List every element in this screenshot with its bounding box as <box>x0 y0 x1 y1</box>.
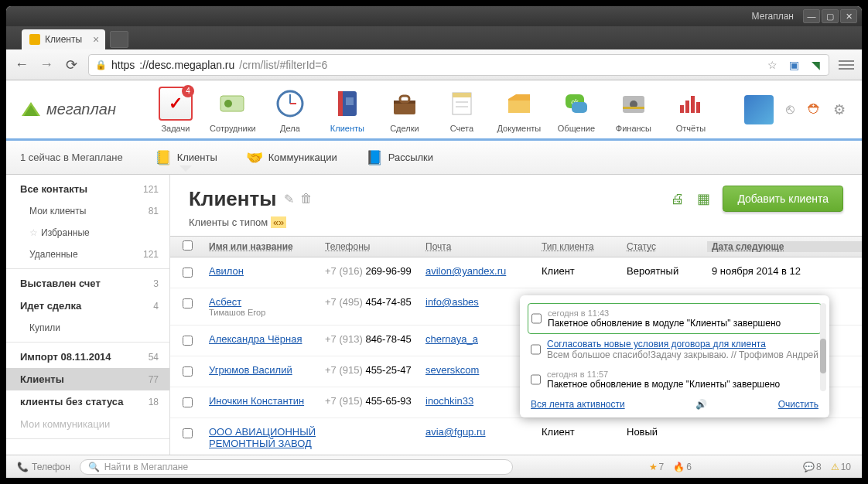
sidebar-item[interactable]: клиенты без статуса18 <box>6 390 169 413</box>
client-name-link[interactable]: Иночкин Константин <box>209 395 304 407</box>
window-close-button[interactable]: ✕ <box>840 9 857 23</box>
notification-checkbox[interactable] <box>531 339 541 360</box>
col-mail[interactable]: Почта <box>425 241 451 252</box>
module-clients[interactable]: Клиенты <box>319 87 376 133</box>
lock-icon: 🔒 <box>95 60 107 70</box>
add-client-button[interactable]: Добавить клиента <box>723 186 843 212</box>
popup-scrollbar[interactable] <box>820 303 826 391</box>
window-maximize-button[interactable]: ▢ <box>822 9 839 23</box>
presence-label: 1 сейчас в Мегаплане <box>20 152 123 163</box>
sidebar-item[interactable]: Идет сделка4 <box>6 295 169 317</box>
client-name-link[interactable]: ООО АВИАЦИОННЫЙ РЕМОНТНЫЙ ЗАВОД <box>209 426 316 449</box>
chat-counter[interactable]: 💬8 <box>803 462 822 472</box>
module-documents[interactable]: Документы <box>490 87 548 133</box>
subtab-mailings[interactable]: 📘 Рассылки <box>362 148 436 167</box>
row-checkbox[interactable] <box>183 428 193 438</box>
url-input[interactable]: 🔒 https://desc.megaplan.ru/crm/list/#fil… <box>88 54 829 76</box>
sidebar-item[interactable]: Клиенты77 <box>6 368 169 390</box>
mailbox-icon: 📘 <box>365 148 384 167</box>
module-reports[interactable]: Отчёты <box>662 87 719 133</box>
col-type[interactable]: Тип клиента <box>542 241 594 252</box>
user-avatar[interactable] <box>744 95 774 124</box>
module-invoices[interactable]: Счета <box>433 87 490 133</box>
row-checkbox[interactable] <box>183 336 193 346</box>
tab-close-icon[interactable]: × <box>93 33 99 46</box>
client-mail-link[interactable]: chernaya_a <box>425 333 478 345</box>
module-chat[interactable]: ok Общение <box>548 87 605 133</box>
notification-item[interactable]: Согласовать новые условия договора для к… <box>528 334 822 365</box>
subtab-clients[interactable]: 📒 Клиенты <box>151 148 220 167</box>
table-row[interactable]: Авилон+7 (916) 269-96-99avilon@yandex.ru… <box>170 257 862 288</box>
row-checkbox[interactable] <box>183 366 193 377</box>
client-mail-link[interactable]: avia@fgup.ru <box>425 426 486 438</box>
notification-checkbox[interactable] <box>531 308 542 329</box>
client-mail-link[interactable]: severskcom <box>425 364 479 376</box>
select-all-checkbox[interactable] <box>183 240 193 251</box>
clear-link[interactable]: Очистить <box>778 399 818 410</box>
row-checkbox[interactable] <box>183 298 193 308</box>
row-checkbox[interactable] <box>183 397 193 407</box>
star-icon[interactable]: ☆ <box>765 58 779 72</box>
app-header: мегаплан 4 Задачи Сотрудники Дела Клиент… <box>6 80 862 141</box>
forward-button[interactable]: → <box>39 57 54 73</box>
back-button[interactable]: ← <box>14 57 29 73</box>
col-status[interactable]: Статус <box>627 241 656 252</box>
svg-rect-26 <box>691 96 695 113</box>
edit-icon[interactable]: ✎ <box>284 192 294 206</box>
client-name-link[interactable]: Угрюмов Василий <box>209 364 292 376</box>
module-tasks[interactable]: 4 Задачи <box>147 87 204 133</box>
crop-icon[interactable]: ▣ <box>787 58 801 72</box>
table-row[interactable]: ООО АВИАЦИОННЫЙ РЕМОНТНЫЙ ЗАВОДavia@fgup… <box>170 418 862 455</box>
sidebar-item[interactable]: Все контакты121 <box>6 178 169 200</box>
settings-gear-icon[interactable]: ⚙ <box>831 101 848 118</box>
activity-feed-link[interactable]: Вся лента активности <box>531 399 625 410</box>
row-checkbox[interactable] <box>183 268 193 278</box>
favorites-counter[interactable]: ★7 <box>649 462 665 472</box>
new-tab-button[interactable] <box>110 31 128 48</box>
sidebar: Все контакты121Мои клиенты81☆ИзбранныеУд… <box>6 175 170 455</box>
reload-button[interactable]: ⟳ <box>63 57 79 73</box>
sidebar-item[interactable]: ☆Избранные <box>6 222 169 244</box>
subtab-communications[interactable]: 🤝 Коммуникации <box>242 148 340 167</box>
exit-icon[interactable]: ⎋ <box>781 101 798 118</box>
sidebar-item[interactable]: Мои коммуникации <box>6 413 169 435</box>
global-search-input[interactable]: 🔍 Найти в Мегаплане <box>80 459 513 475</box>
col-name[interactable]: Имя или название <box>209 241 293 252</box>
client-mail-link[interactable]: info@asbes <box>425 296 479 308</box>
notification-checkbox[interactable] <box>531 370 541 390</box>
module-employees[interactable]: Сотрудники <box>204 87 261 133</box>
extension-icon[interactable]: ◥ <box>808 58 822 72</box>
browser-tab[interactable]: Клиенты × <box>22 29 105 49</box>
client-name-link[interactable]: Асбест <box>209 296 241 308</box>
phone-widget[interactable]: 📞 Телефон <box>17 462 70 472</box>
col-phone[interactable]: Телефоны <box>325 241 370 252</box>
window-minimize-button[interactable]: — <box>803 9 820 23</box>
module-deals[interactable]: Дела <box>261 87 319 133</box>
alert-counter[interactable]: ⚠10 <box>831 462 851 472</box>
notification-item[interactable]: сегодня в 11:57 Пакетное обновление в мо… <box>528 365 822 394</box>
module-trades[interactable]: Сделки <box>376 87 433 133</box>
sidebar-item[interactable]: Мои клиенты81 <box>6 200 169 222</box>
svg-rect-20 <box>572 102 587 113</box>
module-finance[interactable]: Финансы <box>605 87 662 133</box>
hot-counter[interactable]: 🔥6 <box>673 462 692 472</box>
app-logo[interactable]: мегаплан <box>20 99 116 121</box>
notification-item[interactable]: сегодня в 11:43 Пакетное обновление в мо… <box>528 303 822 334</box>
sidebar-item[interactable]: Удаленные121 <box>6 244 169 265</box>
help-icon[interactable]: ⛑ <box>806 101 823 118</box>
client-name-link[interactable]: Авилон <box>209 265 244 277</box>
browser-tabstrip: Клиенты × <box>6 26 862 49</box>
sidebar-item[interactable]: Импорт 08.11.201454 <box>6 346 169 368</box>
col-date[interactable]: Дата следующе <box>712 241 784 252</box>
svg-rect-14 <box>453 93 471 97</box>
client-name-link[interactable]: Александра Чёрная <box>209 333 302 345</box>
sidebar-item[interactable]: Купили <box>6 317 169 339</box>
sidebar-item[interactable]: Выставлен счет3 <box>6 272 169 295</box>
trash-icon[interactable]: 🗑 <box>300 192 313 206</box>
excel-icon[interactable]: ▦ <box>697 190 710 207</box>
client-mail-link[interactable]: avilon@yandex.ru <box>425 265 506 277</box>
browser-menu-button[interactable] <box>839 57 854 73</box>
print-icon[interactable]: 🖨 <box>671 191 685 207</box>
sound-icon[interactable]: 🔊 <box>695 399 707 410</box>
client-mail-link[interactable]: inochkin33 <box>425 395 473 407</box>
